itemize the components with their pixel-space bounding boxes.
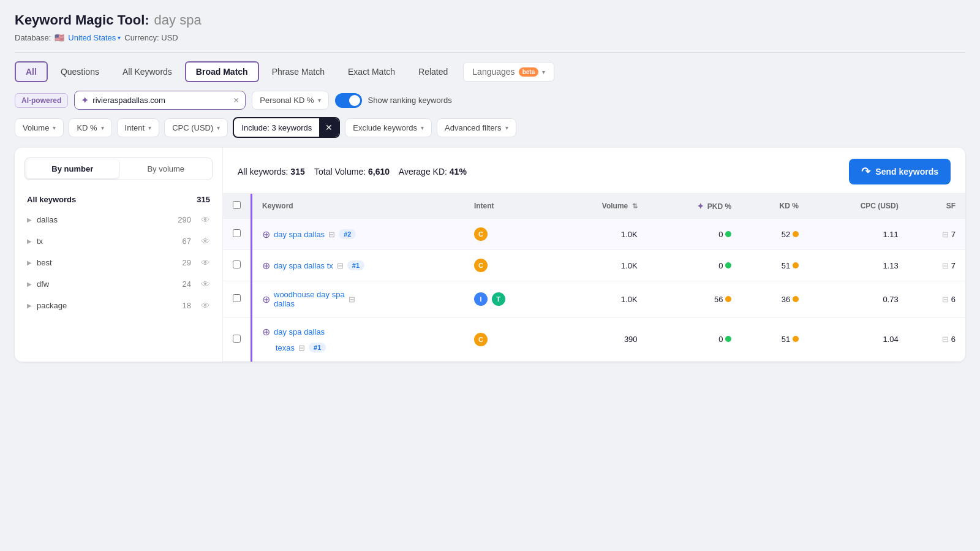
kd-filter[interactable]: KD % ▾ <box>69 118 111 137</box>
table-header-row: Keyword Intent Volume ⇅ ✦ PKD % KD % CPC… <box>223 194 965 219</box>
send-icon: ↷ <box>861 165 870 178</box>
eye-icon[interactable]: 👁 <box>201 300 210 311</box>
show-ranking-toggle[interactable] <box>335 93 362 108</box>
chevron-down-icon: ▾ <box>318 97 321 104</box>
send-keywords-button[interactable]: ↷ Send keywords <box>849 159 951 184</box>
sidebar-by-number-btn[interactable]: By number <box>26 159 119 178</box>
intent-cell: C <box>464 250 552 281</box>
table-serp-icon[interactable]: ⊟ <box>298 343 305 352</box>
currency-label: Currency: USD <box>124 33 178 42</box>
rank-badge: #1 <box>309 343 326 352</box>
clear-url-button[interactable]: × <box>233 95 239 106</box>
add-keyword-icon[interactable]: ⊕ <box>262 294 270 305</box>
keywords-table: Keyword Intent Volume ⇅ ✦ PKD % KD % CPC… <box>223 194 965 362</box>
database-label: Database: <box>15 33 51 42</box>
intent-cell: C <box>464 317 552 362</box>
chevron-right-icon: ▶ <box>27 259 32 266</box>
page-title-query: day spa <box>154 12 202 28</box>
sidebar-item-package[interactable]: ▶ package 18 👁 <box>15 295 222 316</box>
add-keyword-icon[interactable]: ⊕ <box>262 260 270 272</box>
include-filter-label: Include: 3 keywords <box>234 119 319 137</box>
row-checkbox[interactable] <box>233 294 241 302</box>
sidebar-item-dallas[interactable]: ▶ dallas 290 👁 <box>15 209 222 230</box>
eye-icon[interactable]: 👁 <box>201 257 210 268</box>
sidebar-item-count: 24 <box>183 279 191 289</box>
sf-cell: ⊟ 6 <box>908 281 965 317</box>
advanced-filters-button[interactable]: Advanced filters ▾ <box>437 118 516 137</box>
content-area: All keywords: 315 Total Volume: 6,610 Av… <box>223 148 965 362</box>
table-serp-icon[interactable]: ⊟ <box>349 295 355 304</box>
tab-broad-match[interactable]: Broad Match <box>185 61 259 82</box>
kd-dot <box>793 231 799 237</box>
eye-icon[interactable]: 👁 <box>201 236 210 246</box>
stats-row: All keywords: 315 Total Volume: 6,610 Av… <box>223 148 965 194</box>
sort-icon: ⇅ <box>632 202 638 210</box>
cpc-cell: 1.13 <box>809 250 908 281</box>
url-input[interactable] <box>92 96 230 105</box>
sidebar-item-count: 67 <box>183 237 191 246</box>
row-checkbox-cell <box>223 219 252 250</box>
volume-cell: 1.0K <box>552 219 647 250</box>
chevron-down-icon: ▾ <box>542 69 545 75</box>
sidebar-item-count: 29 <box>183 258 191 267</box>
row-checkbox[interactable] <box>233 335 241 343</box>
exclude-keywords-filter[interactable]: Exclude keywords ▾ <box>345 118 432 137</box>
sidebar-item-tx[interactable]: ▶ tx 67 👁 <box>15 230 222 252</box>
languages-button[interactable]: Languages beta ▾ <box>463 62 554 82</box>
table-wrap: Keyword Intent Volume ⇅ ✦ PKD % KD % CPC… <box>223 194 965 362</box>
add-keyword-icon[interactable]: ⊕ <box>262 326 270 338</box>
keyword-text[interactable]: day spa dallas <box>274 327 325 336</box>
languages-label: Languages <box>472 67 514 77</box>
row-checkbox[interactable] <box>233 229 241 237</box>
tab-questions[interactable]: Questions <box>50 62 110 82</box>
table-serp-icon[interactable]: ⊟ <box>337 261 344 270</box>
sidebar-by-volume-btn[interactable]: By volume <box>120 158 213 180</box>
main-content: By number By volume All keywords 315 ▶ d… <box>15 148 965 362</box>
tab-exact-match[interactable]: Exact Match <box>337 62 405 82</box>
chevron-right-icon: ▶ <box>27 216 32 223</box>
row-checkbox-cell <box>223 281 252 317</box>
th-volume[interactable]: Volume ⇅ <box>552 194 647 219</box>
tab-related[interactable]: Related <box>408 62 458 82</box>
sidebar-item-dfw[interactable]: ▶ dfw 24 👁 <box>15 273 222 295</box>
tab-all[interactable]: All <box>15 61 48 82</box>
sidebar-item-best[interactable]: ▶ best 29 👁 <box>15 252 222 273</box>
sparkle-icon: ✦ <box>81 94 89 106</box>
tab-all-keywords[interactable]: All Keywords <box>112 62 183 82</box>
volume-filter[interactable]: Volume ▾ <box>15 118 64 137</box>
chevron-right-icon: ▶ <box>27 302 32 309</box>
sidebar: By number By volume All keywords 315 ▶ d… <box>15 148 223 362</box>
header: Keyword Magic Tool: day spa Database: 🇺🇸… <box>15 12 965 42</box>
eye-icon[interactable]: 👁 <box>201 279 210 289</box>
keyword-text[interactable]: day spa dallas <box>274 230 325 239</box>
sf-cell: ⊟ 6 <box>908 317 965 362</box>
chevron-down-icon: ▾ <box>53 124 56 131</box>
chevron-down-icon: ▾ <box>118 34 121 41</box>
add-keyword-icon[interactable]: ⊕ <box>262 229 270 240</box>
tab-phrase-match[interactable]: Phrase Match <box>262 62 335 82</box>
volume-cell: 1.0K <box>552 281 647 317</box>
clear-include-filter-button[interactable]: ✕ <box>319 118 339 137</box>
intent-badge: C <box>474 227 488 241</box>
flag-icon: 🇺🇸 <box>55 33 64 42</box>
select-all-checkbox[interactable] <box>233 201 241 209</box>
chevron-right-icon: ▶ <box>27 281 32 287</box>
personal-kd-dropdown[interactable]: Personal KD % ▾ <box>252 91 328 110</box>
table-serp-icon[interactable]: ⊟ <box>328 230 335 239</box>
cpc-filter[interactable]: CPC (USD) ▾ <box>164 118 228 137</box>
intent-filter[interactable]: Intent ▾ <box>117 118 160 137</box>
sidebar-item-count: 290 <box>178 215 191 224</box>
sf-cell: ⊟ 7 <box>908 250 965 281</box>
row-checkbox-cell <box>223 317 252 362</box>
sf-icon: ⊟ <box>942 335 949 344</box>
url-input-wrap[interactable]: ✦ × <box>74 91 246 110</box>
keyword-suffix[interactable]: texas <box>276 343 295 352</box>
keyword-text[interactable]: day spa dallas tx <box>274 261 333 270</box>
header-divider <box>15 52 965 53</box>
eye-icon[interactable]: 👁 <box>201 215 210 225</box>
table-row: ⊕ day spa dallas tx ⊟ #1 C 1.0K 0 <box>223 250 965 281</box>
database-selector[interactable]: United States ▾ <box>68 33 121 42</box>
row-checkbox[interactable] <box>233 260 241 268</box>
keyword-text[interactable]: woodhouse day spadallas <box>274 290 345 308</box>
pkd-dot <box>725 296 731 302</box>
